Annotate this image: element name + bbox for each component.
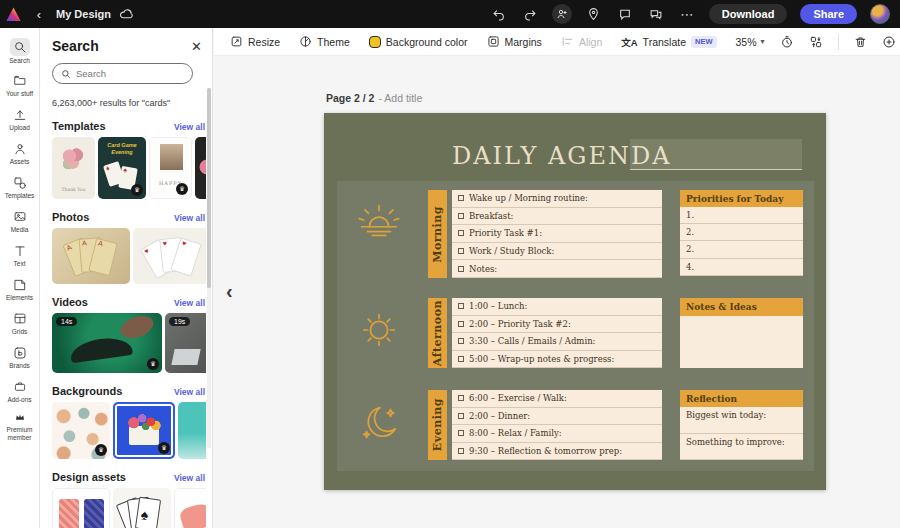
reflection-panel[interactable]: Reflection Biggest win today: Something … [680,390,803,460]
sidebar-item-text[interactable]: Text [0,238,39,272]
view-all-videos-link[interactable]: View all [174,298,205,308]
checkbox-icon [458,321,464,327]
moon-stars-icon[interactable] [356,401,402,447]
collapse-panel-chevron[interactable]: ‹ [226,280,233,303]
agenda-row[interactable]: Priority Task #1: [452,225,662,243]
sidebar-item-label: Templates [5,192,35,199]
reflection-row[interactable]: Something to improve: [680,434,803,461]
add-title-hint[interactable]: - Add title [378,92,422,104]
asset-thumb-royal-flush[interactable]: ♠ [113,488,171,528]
back-chevron-icon[interactable]: ‹ [26,7,52,22]
view-all-photos-link[interactable]: View all [174,213,205,223]
invite-collaborator-icon[interactable] [552,4,572,24]
timer-button[interactable] [780,35,794,49]
sunrise-icon[interactable] [356,201,402,247]
resize-button[interactable]: Resize [230,35,280,48]
sidebar-item-media[interactable]: Media [0,204,39,238]
asset-thumb-card-backs[interactable]: ♛ [52,488,110,528]
sidebar-item-premium-member[interactable]: Premium member [0,408,39,442]
priority-row[interactable]: 2. [680,241,803,258]
checkbox-icon [458,338,464,344]
pin-icon[interactable] [585,5,603,23]
asset-thumb-hand[interactable] [174,488,206,528]
avatar[interactable] [870,4,890,24]
background-thumb-flower-envelope-selected[interactable]: ♛ [113,402,175,459]
notes-empty-box[interactable] [680,316,803,368]
photo-thumb-red-cards[interactable]: ♥ ♥ ♥ [133,228,206,284]
view-all-backgrounds-link[interactable]: View all [174,387,205,397]
video-thumb-poker-table[interactable]: 14s ♛ [52,313,162,373]
sidebar-item-assets[interactable]: Assets [0,136,39,170]
layers-button[interactable] [809,35,823,49]
sidebar-item-add-ons[interactable]: Add-ons [0,374,39,408]
more-options-icon[interactable]: ⋯ [678,5,696,23]
download-button[interactable]: Download [709,4,788,24]
agenda-row[interactable]: Notes: [452,260,662,278]
undo-icon[interactable] [490,5,508,23]
priority-text: 2. [686,227,694,237]
feedback-icon[interactable] [647,5,665,23]
sun-icon[interactable] [356,307,402,353]
view-all-design-assets-link[interactable]: View all [174,473,205,483]
sidebar-item-brands[interactable]: Brands [0,340,39,374]
template-thumb-thank-you[interactable]: Thank You [52,137,95,199]
agenda-row[interactable]: 6:00 – Exercise / Walk: [452,390,662,408]
background-thumb-pastel-pattern[interactable]: ♛ [52,402,110,459]
template-thumb-card-game-evening[interactable]: Card Game Evening ♦ ♠ ♛ [98,137,146,199]
reflection-row[interactable]: Biggest win today: [680,407,803,434]
add-button[interactable]: Add [882,35,900,49]
morning-section-bar[interactable]: Morning [428,190,447,278]
margins-button[interactable]: Margins [487,35,542,48]
search-input[interactable] [76,68,176,79]
margins-label: Margins [505,36,542,48]
search-input-wrapper[interactable] [52,63,193,84]
priority-row[interactable]: 1. [680,207,803,224]
agenda-row[interactable]: 2:00 – Priority Task #2: [452,316,662,334]
agenda-row[interactable]: Wake up / Morning routine: [452,190,662,208]
sidebar-item-grids[interactable]: Grids [0,306,39,340]
agenda-row[interactable]: 5:00 – Wrap-up notes & progress: [452,351,662,369]
redo-icon[interactable] [521,5,539,23]
panel-scrollbar[interactable] [207,88,211,448]
theme-button[interactable]: Theme [299,35,350,48]
agenda-row[interactable]: 3:30 – Calls / Emails / Admin: [452,333,662,351]
thumb-caption: Card Game Evening [98,142,146,155]
date-line-field[interactable] [630,139,802,170]
section-title-design-assets: Design assets [52,471,126,483]
video-thumb-laptop[interactable]: 19s [165,313,206,373]
priorities-panel[interactable]: Priorities for Today 1. 2. 2. 4. [680,190,803,276]
photo-thumb-golden-cards[interactable]: A A A [52,228,130,284]
sidebar-item-search[interactable]: Search [0,34,39,68]
sidebar-item-elements[interactable]: Elements [0,272,39,306]
background-thumb-winter[interactable] [178,402,206,459]
agenda-row[interactable]: 1:00 – Lunch: [452,298,662,316]
sidebar-item-your-stuff[interactable]: Your stuff [0,68,39,102]
checkbox-icon [458,356,464,362]
sidebar-item-upload[interactable]: Upload [0,102,39,136]
design-artboard[interactable]: DAILY AGENDA Morning Wake up / Morning r… [324,113,826,490]
page-indicator[interactable]: Page 2 / 2- Add title [326,92,422,104]
agenda-row[interactable]: 2:00 – Dinner: [452,408,662,426]
notes-panel[interactable]: Notes & Ideas [680,298,803,368]
document-title[interactable]: My Design [56,8,111,20]
delete-button[interactable] [854,35,867,49]
comment-icon[interactable] [616,5,634,23]
priority-row[interactable]: 2. [680,224,803,241]
agenda-row[interactable]: 9:30 – Reflection & tomorrow prep: [452,443,662,461]
agenda-row[interactable]: 8:00 – Relax / Family: [452,425,662,443]
close-icon[interactable]: ✕ [191,39,204,54]
share-button[interactable]: Share [800,4,857,24]
background-color-button[interactable]: Background color [369,36,468,48]
template-thumb-happy[interactable]: HAPPY ♛ [149,137,192,199]
template-thumb-partial[interactable] [195,137,206,199]
priority-row[interactable]: 4. [680,259,803,276]
adobe-express-logo-icon[interactable] [0,0,26,28]
view-all-templates-link[interactable]: View all [174,122,205,132]
zoom-select[interactable]: 35% ▾ [736,36,765,48]
agenda-row[interactable]: Work / Study Block: [452,243,662,261]
afternoon-section-bar[interactable]: Afternoon [428,298,447,368]
sidebar-item-templates[interactable]: Templates [0,170,39,204]
translate-button[interactable]: 文A Translate NEW [621,35,716,49]
agenda-row[interactable]: Breakfast: [452,208,662,226]
evening-section-bar[interactable]: Evening [428,390,447,460]
